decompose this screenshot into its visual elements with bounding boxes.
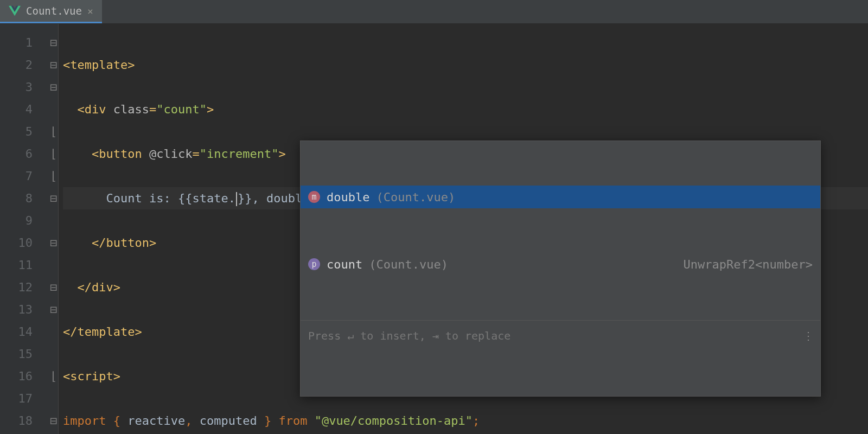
fold-icon[interactable]: ⊟ <box>49 54 58 76</box>
close-icon[interactable]: × <box>87 5 93 17</box>
tab-active[interactable]: Count.vue × <box>0 0 102 23</box>
completion-item[interactable]: p count (Count.vue) UnwrapRef2<number> <box>301 253 820 276</box>
completion-source: (Count.vue) <box>369 253 448 276</box>
completion-hint: Press ↵ to insert, ⇥ to replace <box>308 325 510 347</box>
completion-popup: m double (Count.vue) p count (Count.vue)… <box>300 141 821 397</box>
code-editor[interactable]: 1 2 3 4 5 6 7 8 9 10 11 12 13 14 15 16 1… <box>0 24 868 434</box>
completion-label: count <box>327 253 362 276</box>
completion-footer: Press ↵ to insert, ⇥ to replace ⋮ <box>301 320 820 352</box>
line-number-gutter: 1 2 3 4 5 6 7 8 9 10 11 12 13 14 15 16 1… <box>0 24 49 434</box>
code-line: import { reactive, computed } from "@vue… <box>63 410 868 432</box>
fold-end-icon: ⌊ <box>49 165 58 187</box>
text-caret <box>236 192 237 206</box>
fold-icon[interactable]: ⊟ <box>49 187 58 209</box>
fold-icon[interactable]: ⊟ <box>49 276 58 298</box>
fold-icon[interactable]: ⊟ <box>49 298 58 321</box>
more-icon[interactable]: ⋮ <box>803 325 813 347</box>
fold-icon[interactable]: ⊟ <box>49 232 58 254</box>
fold-end-icon: ⌊ <box>49 365 58 387</box>
completion-label: double <box>327 186 369 208</box>
completion-item-selected[interactable]: m double (Count.vue) <box>301 186 820 208</box>
code-area[interactable]: <template> <div class="count"> <button @… <box>59 24 868 434</box>
completion-source: (Count.vue) <box>376 186 455 208</box>
completion-type: UnwrapRef2<number> <box>684 253 813 276</box>
code-line: <div class="count"> <box>63 98 868 120</box>
tab-bar: Count.vue × <box>0 0 868 24</box>
fold-end-icon: ⌊ <box>49 143 58 165</box>
tab-filename: Count.vue <box>26 5 82 17</box>
property-badge-icon: p <box>308 258 320 270</box>
fold-end-icon: ⌊ <box>49 120 58 143</box>
fold-icon[interactable]: ⊟ <box>49 76 58 98</box>
fold-gutter: ⊟ ⊟ ⊟ ⌊ ⌊ ⌊ ⊟ ⊟ ⊟ ⊟ ⌊ ⊟ <box>49 24 59 434</box>
fold-icon[interactable]: ⊟ <box>49 410 58 432</box>
code-line: <template> <box>63 54 868 76</box>
method-badge-icon: m <box>308 191 320 203</box>
vue-icon <box>9 5 21 16</box>
fold-icon[interactable]: ⊟ <box>49 31 58 54</box>
